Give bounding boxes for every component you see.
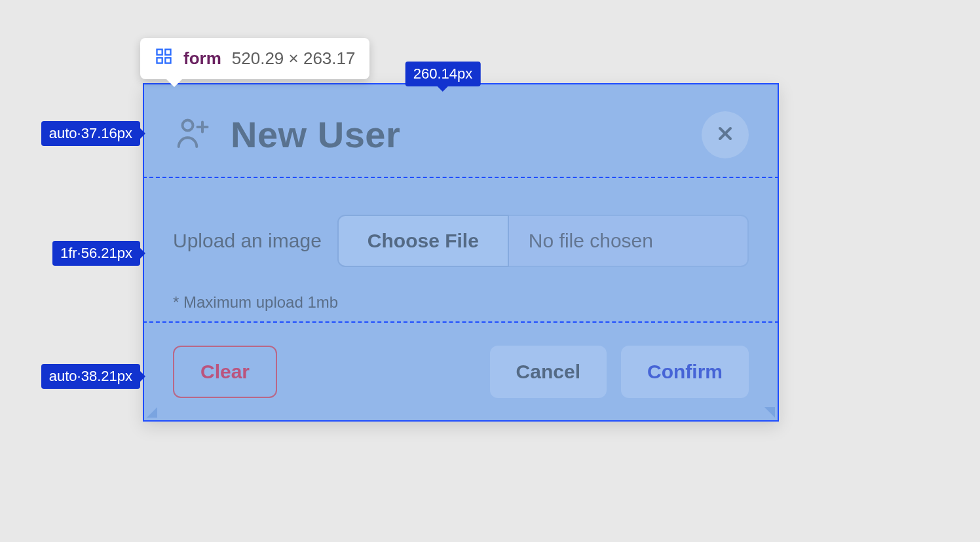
tooltip-dimensions: 520.29 × 263.17 — [232, 48, 356, 69]
grid-row-divider — [143, 177, 779, 178]
svg-point-0 — [183, 120, 193, 130]
form-header: New User — [173, 111, 749, 158]
devtools-tooltip: form 520.29 × 263.17 — [140, 38, 369, 79]
grid-icon — [155, 47, 173, 70]
grid-column-measure: 260.14px — [405, 62, 481, 86]
close-icon — [715, 123, 736, 147]
svg-rect-7 — [157, 58, 162, 63]
new-user-form: New User Upload an image Choose File No … — [143, 83, 779, 422]
file-upload-row: Upload an image Choose File No file chos… — [173, 215, 749, 267]
confirm-button[interactable]: Confirm — [621, 346, 749, 398]
grid-row-measure-1: auto·37.16px — [41, 121, 140, 146]
grid-row-measure-3: auto·38.21px — [41, 364, 140, 389]
clear-button[interactable]: Clear — [173, 346, 277, 398]
upload-hint: * Maximum upload 1mb — [173, 293, 749, 312]
form-footer: Clear Cancel Confirm — [173, 346, 749, 398]
close-button[interactable] — [702, 111, 749, 158]
form-body: Upload an image Choose File No file chos… — [173, 158, 749, 346]
grid-row-measure-2: 1fr·56.21px — [52, 241, 140, 266]
tooltip-element-tag: form — [183, 48, 221, 69]
user-plus-icon — [173, 113, 212, 157]
file-input[interactable]: Choose File No file chosen — [337, 215, 749, 267]
svg-rect-8 — [165, 58, 170, 63]
file-status: No file chosen — [509, 215, 749, 267]
upload-label: Upload an image — [173, 230, 322, 252]
svg-rect-6 — [165, 50, 170, 55]
grid-row-divider — [143, 321, 779, 323]
choose-file-button[interactable]: Choose File — [337, 215, 509, 267]
svg-rect-5 — [157, 50, 162, 55]
form-title: New User — [231, 113, 683, 156]
cancel-button[interactable]: Cancel — [490, 346, 607, 398]
